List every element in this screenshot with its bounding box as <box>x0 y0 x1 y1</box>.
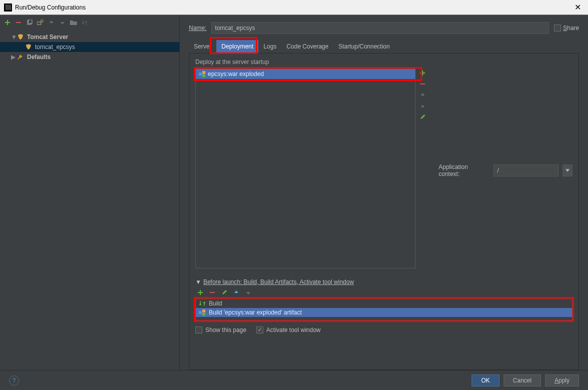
artifact-icon <box>199 310 206 316</box>
collapse-icon: ▼ <box>195 278 201 286</box>
remove-icon[interactable] <box>208 288 216 296</box>
expand-icon: ▼ <box>11 34 17 40</box>
build-label: Build <box>209 300 222 307</box>
svg-rect-7 <box>199 311 202 314</box>
down-icon[interactable] <box>419 102 427 110</box>
window-title: Run/Debug Configurations <box>15 4 572 11</box>
up-icon[interactable] <box>419 91 427 99</box>
activate-window-checkbox[interactable] <box>256 326 263 334</box>
tree-node-config[interactable]: tomcat_epcsys <box>0 42 179 52</box>
tree-node-tomcat-server[interactable]: ▼ Tomcat Server <box>0 32 179 42</box>
svg-rect-8 <box>202 310 205 312</box>
tree-label: Defaults <box>27 54 50 60</box>
context-dropdown[interactable] <box>563 164 573 176</box>
config-tree: ▼ Tomcat Server tomcat_epcsys ▶ Defaults <box>0 30 179 370</box>
show-page-label: Show this page <box>205 326 246 334</box>
build-icon <box>199 300 206 306</box>
tab-deployment[interactable]: Deployment <box>216 40 258 53</box>
build-item[interactable]: Build <box>196 299 572 308</box>
help-icon[interactable]: ? <box>9 376 19 386</box>
tab-code-coverage[interactable]: Code Coverage <box>281 40 333 53</box>
sort-icon[interactable] <box>80 18 89 27</box>
remove-icon[interactable] <box>14 18 23 27</box>
before-launch-list[interactable]: Build Build 'epcsys:war exploded' artifa… <box>195 298 573 320</box>
deploy-label: Deploy at the server startup <box>195 58 573 66</box>
tab-logs[interactable]: Logs <box>258 40 281 53</box>
tab-server[interactable]: Server <box>189 40 216 53</box>
svg-rect-5 <box>202 71 205 74</box>
add-icon[interactable] <box>3 18 12 27</box>
svg-rect-6 <box>202 74 205 77</box>
edit-icon[interactable] <box>220 288 228 296</box>
tree-label: tomcat_epcsys <box>35 44 75 50</box>
close-icon[interactable]: ✕ <box>572 2 584 12</box>
svg-rect-2 <box>37 22 41 24</box>
remove-icon[interactable] <box>419 80 427 88</box>
folder-icon[interactable] <box>69 18 78 27</box>
copy-icon[interactable] <box>25 18 34 27</box>
share-checkbox[interactable] <box>554 24 561 32</box>
up-icon[interactable] <box>232 288 240 296</box>
deploy-item-label: epcsys:war exploded <box>208 70 264 78</box>
deploy-list[interactable]: epcsys:war exploded <box>195 68 416 268</box>
edit-icon[interactable] <box>419 113 427 121</box>
wrench-icon <box>17 54 25 60</box>
activate-window-label: Activate tool window <box>266 326 321 334</box>
deploy-item[interactable]: epcsys:war exploded <box>196 69 415 79</box>
tree-label: Tomcat Server <box>27 34 68 40</box>
sidebar-toolbar <box>0 15 179 30</box>
before-launch-header[interactable]: ▼ Before launch: Build, Build Artifacts,… <box>195 278 573 286</box>
build-artifact-label: Build 'epcsys:war exploded' artifact <box>209 309 302 316</box>
app-icon: ⬛ <box>4 4 12 12</box>
share-label: SSharehare <box>563 24 579 32</box>
down-icon[interactable] <box>244 288 252 296</box>
before-launch-label: Before launch: Build, Build Artifacts, A… <box>203 278 354 286</box>
tomcat-icon <box>17 34 25 40</box>
main-panel: Name: SSharehare Server Deployment Logs … <box>180 15 588 370</box>
tree-node-defaults[interactable]: ▶ Defaults <box>0 52 179 62</box>
artifact-icon <box>199 71 206 77</box>
settings-icon[interactable] <box>36 18 45 27</box>
up-icon[interactable] <box>47 18 56 27</box>
tomcat-icon <box>25 44 33 50</box>
footer: ? OK Cancel Apply <box>0 370 588 390</box>
name-input[interactable] <box>211 22 549 34</box>
sidebar: ▼ Tomcat Server tomcat_epcsys ▶ Defaults <box>0 15 180 370</box>
apply-button[interactable]: Apply <box>545 374 579 386</box>
context-label: Application context: <box>439 164 490 178</box>
cancel-button[interactable]: Cancel <box>504 374 541 386</box>
context-input[interactable] <box>494 164 559 176</box>
add-icon[interactable] <box>196 288 204 296</box>
tabs: Server Deployment Logs Code Coverage Sta… <box>189 40 579 53</box>
build-artifact-item[interactable]: Build 'epcsys:war exploded' artifact <box>196 308 572 317</box>
svg-point-3 <box>41 20 43 22</box>
svg-rect-9 <box>202 313 205 316</box>
name-label: Name: <box>189 24 206 32</box>
expand-icon: ▶ <box>11 54 17 60</box>
svg-rect-1 <box>28 20 32 24</box>
svg-rect-4 <box>199 72 202 76</box>
title-bar: ⬛ Run/Debug Configurations ✕ <box>0 0 588 15</box>
down-icon[interactable] <box>58 18 67 27</box>
ok-button[interactable]: OK <box>472 374 499 386</box>
tab-startup[interactable]: Startup/Connection <box>333 40 395 53</box>
add-icon[interactable] <box>419 69 427 77</box>
show-page-checkbox[interactable] <box>195 326 202 334</box>
